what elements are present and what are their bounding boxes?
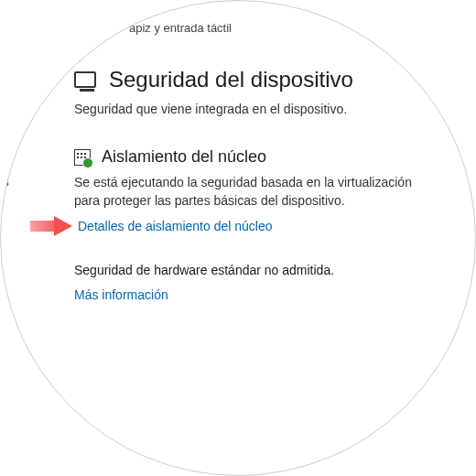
top-nav: ápiz y entrada táctil La entrac: [74, 21, 438, 39]
pointer-arrow-icon: [30, 217, 72, 235]
core-isolation-details-link[interactable]: Detalles de aislamiento del núcleo: [78, 219, 272, 233]
device-security-icon: [74, 71, 96, 88]
nav-pen-touch[interactable]: ápiz y entrada táctil: [129, 21, 232, 36]
viewport-clip: ápiz y entrada táctil La entrac as Segur…: [0, 0, 476, 476]
core-isolation-header: Aislamiento del núcleo: [74, 147, 438, 167]
hw-security-status: Seguridad de hardware estándar no admiti…: [74, 263, 438, 277]
more-info-link[interactable]: Más información: [74, 287, 168, 302]
core-isolation-desc: Se está ejecutando la seguridad basada e…: [74, 174, 438, 210]
page-title: Seguridad del dispositivo: [109, 67, 353, 92]
content-pane: ápiz y entrada táctil La entrac as Segur…: [1, 1, 475, 475]
core-isolation-icon: [74, 149, 91, 166]
details-row: Detalles de aislamiento del núcleo: [74, 217, 438, 235]
core-isolation-title: Aislamiento del núcleo: [102, 147, 266, 167]
nav-right-partial[interactable]: La entrac: [371, 21, 420, 36]
page-header: Seguridad del dispositivo: [74, 67, 438, 92]
side-label-partial: as: [0, 175, 9, 189]
page-subtitle: Seguridad que viene integrada en el disp…: [74, 102, 438, 116]
